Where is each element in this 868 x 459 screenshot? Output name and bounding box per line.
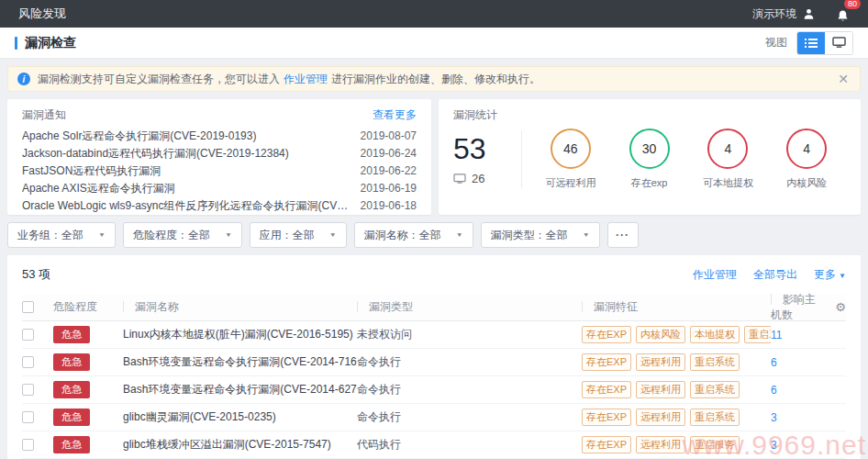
vuln-name[interactable]: Bash环境变量远程命令执行漏洞(CVE-2014-7169) xyxy=(123,355,357,368)
total-vulns-count: 53 xyxy=(453,133,506,164)
divider xyxy=(521,130,522,188)
notification-date: 2019-06-22 xyxy=(361,162,417,180)
vuln-notifications-card: 漏洞通知 查看更多 Apache Solr远程命令执行漏洞(CVE-2019-0… xyxy=(7,99,431,215)
table-row: 危急 glibc幽灵漏洞(CVE-2015-0235) 命令执行 存在EXP远程… xyxy=(22,404,846,431)
filter-dropdown[interactable]: 应用：全部 ▼ xyxy=(250,222,347,248)
row-checkbox[interactable] xyxy=(22,329,34,341)
filter-dropdown[interactable]: 危险程度：全部 ▼ xyxy=(123,222,242,248)
filter-label: 漏洞类型：全部 xyxy=(491,228,568,243)
affected-hosts-count[interactable]: 3 xyxy=(771,411,777,424)
column-settings-icon[interactable]: ⚙ xyxy=(822,300,846,314)
info-icon: i xyxy=(17,73,30,85)
feature-tag: 远程利用 xyxy=(636,353,685,371)
select-all-checkbox[interactable] xyxy=(22,301,34,313)
feature-tag: 本地提权 xyxy=(690,326,740,343)
vuln-type: 命令执行 xyxy=(357,382,582,397)
vuln-name[interactable]: glibc堆栈缓冲区溢出漏洞(CVE-2015-7547) xyxy=(123,438,331,451)
top-navbar: 风险发现 演示环境 80 xyxy=(0,0,868,28)
filter-dropdown[interactable]: 业务组：全部 ▼ xyxy=(7,222,116,248)
notification-name[interactable]: Apache AXIS远程命令执行漏洞 xyxy=(22,180,186,197)
vuln-feature-tags: 存在EXP远程利用重启系统 xyxy=(582,381,771,398)
notification-date: 2019-06-19 xyxy=(361,180,417,197)
stat-circle-value: 30 xyxy=(629,129,670,169)
affected-hosts-count[interactable]: 3 xyxy=(771,439,777,452)
row-checkbox[interactable] xyxy=(22,411,34,423)
chevron-down-icon: ▼ xyxy=(225,231,232,238)
notification-name[interactable]: Jackson-databind远程代码执行漏洞(CVE-2019-12384) xyxy=(22,145,300,162)
vuln-type: 命令执行 xyxy=(357,409,582,425)
notification-item[interactable]: FastJSON远程代码执行漏洞 2019-06-22 xyxy=(22,162,417,180)
chevron-down-icon: ▼ xyxy=(329,231,337,238)
filter-dropdown[interactable]: 漏洞名称：全部 ▼ xyxy=(354,222,473,248)
view-label: 视图 xyxy=(765,35,787,50)
stat-circle-label: 存在exp xyxy=(631,176,668,190)
table-header: 危险程度 漏洞名称 漏洞类型 漏洞特征 影响主机数 ⚙ xyxy=(22,294,846,321)
stat-circle-label: 可本地提权 xyxy=(703,176,753,190)
feature-tag: 远程利用 xyxy=(636,436,685,453)
feature-tag: 存在EXP xyxy=(582,436,631,453)
vuln-name[interactable]: glibc幽灵漏洞(CVE-2015-0235) xyxy=(123,410,276,423)
row-checkbox[interactable] xyxy=(22,384,34,396)
affected-hosts-count[interactable]: 6 xyxy=(771,356,777,369)
notification-name[interactable]: FastJSON远程代码执行漏洞 xyxy=(22,162,172,180)
filter-dropdowns: 业务组：全部 ▼ 危险程度：全部 ▼ 应用：全部 ▼ 漏洞名称：全部 ▼ xyxy=(7,222,600,248)
notification-name[interactable]: Apache Solr远程命令执行漏洞(CVE-2019-0193) xyxy=(22,128,267,145)
notification-item[interactable]: Apache Solr远程命令执行漏洞(CVE-2019-0193) 2019-… xyxy=(22,128,417,145)
bell-icon xyxy=(836,9,850,23)
list-view-icon xyxy=(805,38,818,49)
list-view-button[interactable] xyxy=(797,32,825,54)
page-content: i 漏洞检测支持可自定义漏洞检查任务，您可以进入 作业管理 进行漏洞作业的创建、… xyxy=(0,59,868,459)
table-row: 危急 glibc堆栈缓冲区溢出漏洞(CVE-2015-7547) 代码执行 存在… xyxy=(22,431,846,459)
environment-menu[interactable]: 演示环境 xyxy=(752,6,816,22)
job-management-link[interactable]: 作业管理 xyxy=(693,267,737,283)
affected-hosts-count[interactable]: 11 xyxy=(771,329,782,341)
banner-job-management-link[interactable]: 作业管理 xyxy=(284,72,328,87)
feature-tag: 存在EXP xyxy=(582,409,631,426)
header-hosts: 影响主机数 xyxy=(771,292,822,323)
notification-item[interactable]: Apache AXIS远程命令执行漏洞 2019-06-19 xyxy=(22,180,417,197)
vuln-type: 代码执行 xyxy=(357,437,582,453)
feature-tag: 远程利用 xyxy=(636,381,685,398)
notification-item[interactable]: Jackson-databind远程代码执行漏洞(CVE-2019-12384)… xyxy=(22,145,417,162)
more-actions-link[interactable]: 更多▼ xyxy=(814,267,846,283)
chevron-down-icon: ▼ xyxy=(583,231,590,238)
feature-tag: 重启服务 xyxy=(690,436,740,453)
vuln-list-card: 53 项 作业管理 全部导出 更多▼ 危险程度 漏洞名称 漏洞类型 漏洞特征 影… xyxy=(7,255,861,459)
affected-hosts-total: 26 xyxy=(472,172,484,185)
vuln-name[interactable]: Bash环境变量远程命令执行漏洞(CVE-2014-6271) xyxy=(123,383,357,396)
feature-tag: 存在EXP xyxy=(582,326,631,343)
notification-name[interactable]: Oracle WebLogic wls9-async组件反序列化远程命令执行漏洞… xyxy=(22,197,361,215)
table-row: 危急 Bash环境变量远程命令执行漏洞(CVE-2014-6271) 命令执行 … xyxy=(22,376,846,404)
stat-circles: 46 可远程利用 30 存在exp 4 可本地提权 xyxy=(531,129,846,190)
feature-tag: 重启系统 xyxy=(690,381,740,398)
notifications-title: 漏洞通知 xyxy=(22,107,66,123)
filter-label: 危险程度：全部 xyxy=(133,228,210,243)
chevron-down-icon: ▼ xyxy=(456,231,463,238)
row-checkbox[interactable] xyxy=(22,356,34,368)
notification-date: 2019-06-18 xyxy=(361,197,417,215)
row-checkbox[interactable] xyxy=(22,439,34,451)
stat-item: 4 可本地提权 xyxy=(689,129,768,190)
filter-dropdown[interactable]: 漏洞类型：全部 ▼ xyxy=(481,222,600,248)
vuln-name[interactable]: Linux内核本地提权(脏牛)漏洞(CVE-2016-5195) xyxy=(123,328,353,341)
more-filters-button[interactable]: ··· xyxy=(607,222,639,248)
host-view-button[interactable] xyxy=(825,32,852,54)
notification-item[interactable]: Oracle WebLogic wls9-async组件反序列化远程命令执行漏洞… xyxy=(22,197,417,215)
banner-text-before: 漏洞检测支持可自定义漏洞检查任务，您可以进入 xyxy=(38,72,280,87)
notifications-button[interactable]: 80 xyxy=(836,9,850,23)
host-icon xyxy=(453,174,466,185)
stat-item: 46 可远程利用 xyxy=(531,129,610,190)
section-accent-bar xyxy=(15,37,17,50)
vuln-statistics-card: 漏洞统计 53 26 46 xyxy=(439,99,861,215)
close-icon[interactable]: ✕ xyxy=(836,72,851,86)
vuln-feature-tags: 存在EXP远程利用重启服务 xyxy=(582,436,771,453)
affected-hosts-count[interactable]: 6 xyxy=(771,384,777,397)
environment-label: 演示环境 xyxy=(752,6,796,22)
vuln-type: 未授权访问 xyxy=(357,327,582,342)
stat-circle-value: 4 xyxy=(707,129,748,169)
export-all-link[interactable]: 全部导出 xyxy=(753,267,797,283)
info-banner: i 漏洞检测支持可自定义漏洞检查任务，您可以进入 作业管理 进行漏洞作业的创建、… xyxy=(7,66,861,92)
stat-circle-value: 46 xyxy=(551,129,591,169)
chevron-down-icon: ▼ xyxy=(98,231,106,238)
view-more-link[interactable]: 查看更多 xyxy=(373,107,417,123)
